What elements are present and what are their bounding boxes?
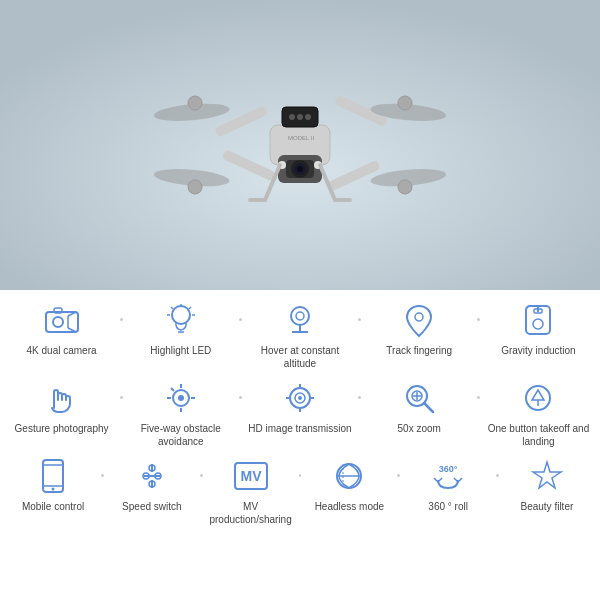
feature-label: Beauty filter (520, 500, 573, 513)
feature-label: Highlight LED (150, 344, 211, 357)
svg-point-5 (305, 114, 311, 120)
feature-one-button: One button takeoff and landing (483, 378, 593, 448)
feature-gravity-induction: Gravity induction (483, 300, 593, 357)
feature-mv-production: MV MV production/sharing (203, 456, 299, 526)
features-row-3: Mobile control Speed switch (5, 456, 595, 526)
feature-hd-image: HD image transmission (245, 378, 355, 435)
divider (358, 318, 361, 321)
feature-label: Headless mode (315, 500, 384, 513)
feature-360-roll: 360° 360 ° roll (400, 456, 496, 513)
drone-illustration: MODEL II (0, 0, 600, 290)
feature-beauty-filter: Beauty filter (499, 456, 595, 513)
divider (477, 318, 480, 321)
divider (239, 396, 242, 399)
svg-point-14 (188, 96, 202, 110)
takeoff-icon (518, 378, 558, 418)
feature-label: Gesture photography (15, 422, 109, 435)
feature-gesture-photography: Gesture photography (7, 378, 117, 435)
speed-icon (132, 456, 172, 496)
features-row-1: 4K dual camera Highlight LED (5, 300, 595, 370)
feature-label: Track fingering (386, 344, 452, 357)
feature-label: 360 ° roll (428, 500, 468, 513)
gravity-icon (518, 300, 558, 340)
divider (239, 318, 242, 321)
svg-point-61 (298, 396, 302, 400)
bulb-icon (161, 300, 201, 340)
headless-icon (329, 456, 369, 496)
feature-label: Gravity induction (501, 344, 575, 357)
zoom-icon (399, 378, 439, 418)
feature-4k-dual-camera: 4K dual camera (7, 300, 117, 357)
features-section: 4K dual camera Highlight LED (0, 290, 600, 539)
obstacle-icon (161, 378, 201, 418)
svg-point-17 (398, 180, 412, 194)
beauty-icon (527, 456, 567, 496)
svg-point-49 (533, 319, 543, 329)
divider (120, 318, 123, 321)
feature-label: 50x zoom (398, 422, 441, 435)
svg-point-16 (188, 180, 202, 194)
svg-text:MV: MV (240, 468, 262, 484)
roll-icon: 360° (428, 456, 468, 496)
feature-label: Speed switch (122, 500, 181, 513)
svg-point-43 (291, 307, 309, 325)
svg-point-53 (178, 395, 184, 401)
svg-rect-32 (54, 308, 62, 313)
feature-mobile-control: Mobile control (5, 456, 101, 513)
svg-point-44 (296, 312, 304, 320)
divider (120, 396, 123, 399)
feature-hover-constant: Hover at constant altitude (245, 300, 355, 370)
feature-label: 4K dual camera (27, 344, 97, 357)
svg-line-58 (171, 388, 174, 391)
location-icon (399, 300, 439, 340)
feature-highlight-led: Highlight LED (126, 300, 236, 357)
feature-track-fingering: Track fingering (364, 300, 474, 357)
feature-label: Mobile control (22, 500, 84, 513)
svg-point-3 (289, 114, 295, 120)
svg-point-15 (398, 96, 412, 110)
svg-point-31 (53, 317, 63, 327)
feature-label: Hover at constant altitude (245, 344, 355, 370)
feature-headless-mode: Headless mode (301, 456, 397, 513)
feature-speed-switch: Speed switch (104, 456, 200, 513)
svg-text:360°: 360° (439, 464, 458, 474)
feature-50x-zoom: 50x zoom (364, 378, 474, 435)
divider (477, 396, 480, 399)
webcam-icon (280, 300, 320, 340)
svg-line-68 (424, 403, 433, 412)
svg-point-4 (297, 114, 303, 120)
svg-line-39 (171, 307, 173, 309)
svg-marker-92 (533, 462, 561, 488)
hd-icon (280, 378, 320, 418)
svg-line-40 (189, 307, 191, 309)
feature-five-way-obstacle: Five-way obstacle avoidance (126, 378, 236, 448)
svg-point-77 (52, 488, 55, 491)
feature-label: Five-way obstacle avoidance (126, 422, 236, 448)
divider (358, 396, 361, 399)
drone-hero: MODEL II (0, 0, 600, 290)
svg-point-47 (415, 313, 423, 321)
svg-point-22 (297, 166, 303, 172)
gesture-icon (42, 378, 82, 418)
mobile-icon (33, 456, 73, 496)
svg-marker-72 (532, 390, 544, 400)
mv-icon: MV (231, 456, 271, 496)
feature-label: One button takeoff and landing (483, 422, 593, 448)
feature-label: MV production/sharing (203, 500, 299, 526)
svg-text:MODEL II: MODEL II (288, 135, 314, 141)
features-row-2: Gesture photography Five-way obstacle av… (5, 378, 595, 448)
feature-label: HD image transmission (248, 422, 351, 435)
camera-icon (42, 300, 82, 340)
svg-point-36 (172, 306, 190, 324)
